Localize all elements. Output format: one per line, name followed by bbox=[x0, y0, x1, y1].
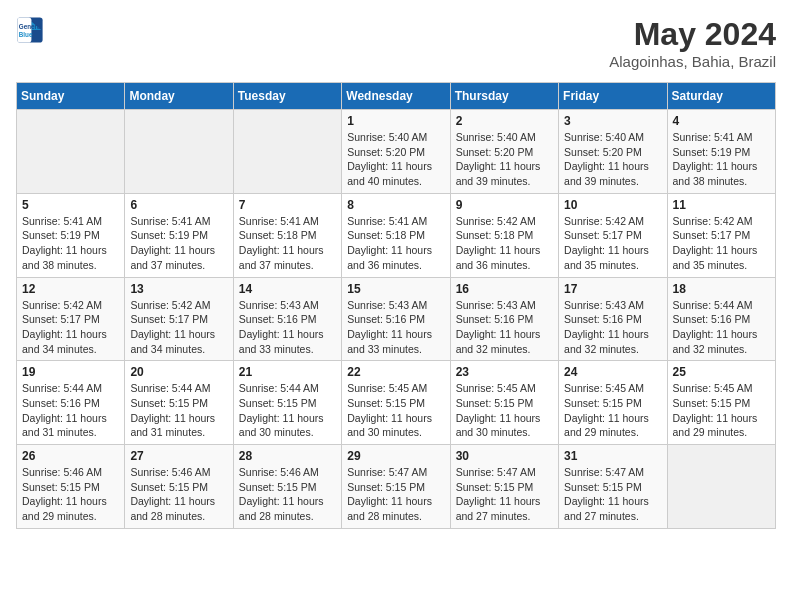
calendar-week-3: 12Sunrise: 5:42 AM Sunset: 5:17 PM Dayli… bbox=[17, 277, 776, 361]
calendar-cell bbox=[667, 445, 775, 529]
calendar-cell: 23Sunrise: 5:45 AM Sunset: 5:15 PM Dayli… bbox=[450, 361, 558, 445]
calendar-cell: 13Sunrise: 5:42 AM Sunset: 5:17 PM Dayli… bbox=[125, 277, 233, 361]
day-number: 19 bbox=[22, 365, 119, 379]
calendar-week-2: 5Sunrise: 5:41 AM Sunset: 5:19 PM Daylig… bbox=[17, 193, 776, 277]
day-number: 1 bbox=[347, 114, 444, 128]
day-number: 9 bbox=[456, 198, 553, 212]
day-info: Sunrise: 5:43 AM Sunset: 5:16 PM Dayligh… bbox=[456, 298, 553, 357]
calendar-cell: 18Sunrise: 5:44 AM Sunset: 5:16 PM Dayli… bbox=[667, 277, 775, 361]
day-info: Sunrise: 5:44 AM Sunset: 5:16 PM Dayligh… bbox=[22, 381, 119, 440]
logo-icon: General Blue bbox=[16, 16, 44, 44]
day-number: 18 bbox=[673, 282, 770, 296]
page-header: General Blue May 2024 Alagoinhas, Bahia,… bbox=[16, 16, 776, 70]
location-subtitle: Alagoinhas, Bahia, Brazil bbox=[609, 53, 776, 70]
col-monday: Monday bbox=[125, 83, 233, 110]
calendar-cell: 1Sunrise: 5:40 AM Sunset: 5:20 PM Daylig… bbox=[342, 110, 450, 194]
calendar-cell: 15Sunrise: 5:43 AM Sunset: 5:16 PM Dayli… bbox=[342, 277, 450, 361]
day-info: Sunrise: 5:46 AM Sunset: 5:15 PM Dayligh… bbox=[130, 465, 227, 524]
day-info: Sunrise: 5:42 AM Sunset: 5:17 PM Dayligh… bbox=[673, 214, 770, 273]
day-info: Sunrise: 5:40 AM Sunset: 5:20 PM Dayligh… bbox=[456, 130, 553, 189]
day-number: 14 bbox=[239, 282, 336, 296]
day-info: Sunrise: 5:45 AM Sunset: 5:15 PM Dayligh… bbox=[456, 381, 553, 440]
day-number: 27 bbox=[130, 449, 227, 463]
day-number: 28 bbox=[239, 449, 336, 463]
day-number: 23 bbox=[456, 365, 553, 379]
day-info: Sunrise: 5:43 AM Sunset: 5:16 PM Dayligh… bbox=[564, 298, 661, 357]
day-info: Sunrise: 5:43 AM Sunset: 5:16 PM Dayligh… bbox=[239, 298, 336, 357]
calendar-cell: 3Sunrise: 5:40 AM Sunset: 5:20 PM Daylig… bbox=[559, 110, 667, 194]
col-friday: Friday bbox=[559, 83, 667, 110]
day-number: 15 bbox=[347, 282, 444, 296]
calendar-cell bbox=[125, 110, 233, 194]
svg-text:Blue: Blue bbox=[19, 31, 33, 38]
day-info: Sunrise: 5:47 AM Sunset: 5:15 PM Dayligh… bbox=[347, 465, 444, 524]
calendar-cell: 2Sunrise: 5:40 AM Sunset: 5:20 PM Daylig… bbox=[450, 110, 558, 194]
calendar-week-4: 19Sunrise: 5:44 AM Sunset: 5:16 PM Dayli… bbox=[17, 361, 776, 445]
col-wednesday: Wednesday bbox=[342, 83, 450, 110]
calendar-week-1: 1Sunrise: 5:40 AM Sunset: 5:20 PM Daylig… bbox=[17, 110, 776, 194]
calendar-cell: 26Sunrise: 5:46 AM Sunset: 5:15 PM Dayli… bbox=[17, 445, 125, 529]
calendar-cell: 4Sunrise: 5:41 AM Sunset: 5:19 PM Daylig… bbox=[667, 110, 775, 194]
day-number: 20 bbox=[130, 365, 227, 379]
day-info: Sunrise: 5:42 AM Sunset: 5:18 PM Dayligh… bbox=[456, 214, 553, 273]
day-number: 31 bbox=[564, 449, 661, 463]
calendar-cell: 5Sunrise: 5:41 AM Sunset: 5:19 PM Daylig… bbox=[17, 193, 125, 277]
day-info: Sunrise: 5:47 AM Sunset: 5:15 PM Dayligh… bbox=[456, 465, 553, 524]
day-number: 5 bbox=[22, 198, 119, 212]
day-info: Sunrise: 5:40 AM Sunset: 5:20 PM Dayligh… bbox=[564, 130, 661, 189]
day-number: 21 bbox=[239, 365, 336, 379]
col-saturday: Saturday bbox=[667, 83, 775, 110]
calendar-header-row: Sunday Monday Tuesday Wednesday Thursday… bbox=[17, 83, 776, 110]
col-sunday: Sunday bbox=[17, 83, 125, 110]
calendar-cell: 31Sunrise: 5:47 AM Sunset: 5:15 PM Dayli… bbox=[559, 445, 667, 529]
calendar-cell bbox=[233, 110, 341, 194]
calendar-cell: 28Sunrise: 5:46 AM Sunset: 5:15 PM Dayli… bbox=[233, 445, 341, 529]
calendar-cell: 14Sunrise: 5:43 AM Sunset: 5:16 PM Dayli… bbox=[233, 277, 341, 361]
calendar-cell: 21Sunrise: 5:44 AM Sunset: 5:15 PM Dayli… bbox=[233, 361, 341, 445]
day-number: 22 bbox=[347, 365, 444, 379]
calendar-cell: 9Sunrise: 5:42 AM Sunset: 5:18 PM Daylig… bbox=[450, 193, 558, 277]
calendar-cell: 27Sunrise: 5:46 AM Sunset: 5:15 PM Dayli… bbox=[125, 445, 233, 529]
day-info: Sunrise: 5:45 AM Sunset: 5:15 PM Dayligh… bbox=[673, 381, 770, 440]
calendar-cell: 30Sunrise: 5:47 AM Sunset: 5:15 PM Dayli… bbox=[450, 445, 558, 529]
day-info: Sunrise: 5:42 AM Sunset: 5:17 PM Dayligh… bbox=[130, 298, 227, 357]
day-info: Sunrise: 5:46 AM Sunset: 5:15 PM Dayligh… bbox=[239, 465, 336, 524]
day-info: Sunrise: 5:41 AM Sunset: 5:19 PM Dayligh… bbox=[22, 214, 119, 273]
day-number: 3 bbox=[564, 114, 661, 128]
calendar-cell: 12Sunrise: 5:42 AM Sunset: 5:17 PM Dayli… bbox=[17, 277, 125, 361]
calendar-cell: 25Sunrise: 5:45 AM Sunset: 5:15 PM Dayli… bbox=[667, 361, 775, 445]
day-number: 8 bbox=[347, 198, 444, 212]
day-info: Sunrise: 5:45 AM Sunset: 5:15 PM Dayligh… bbox=[564, 381, 661, 440]
calendar-cell: 24Sunrise: 5:45 AM Sunset: 5:15 PM Dayli… bbox=[559, 361, 667, 445]
day-number: 13 bbox=[130, 282, 227, 296]
day-number: 25 bbox=[673, 365, 770, 379]
day-number: 24 bbox=[564, 365, 661, 379]
calendar-cell bbox=[17, 110, 125, 194]
svg-text:General: General bbox=[19, 23, 43, 30]
day-info: Sunrise: 5:44 AM Sunset: 5:15 PM Dayligh… bbox=[239, 381, 336, 440]
day-info: Sunrise: 5:42 AM Sunset: 5:17 PM Dayligh… bbox=[564, 214, 661, 273]
svg-rect-2 bbox=[17, 17, 31, 42]
calendar-cell: 17Sunrise: 5:43 AM Sunset: 5:16 PM Dayli… bbox=[559, 277, 667, 361]
calendar-table: Sunday Monday Tuesday Wednesday Thursday… bbox=[16, 82, 776, 529]
day-info: Sunrise: 5:40 AM Sunset: 5:20 PM Dayligh… bbox=[347, 130, 444, 189]
day-number: 2 bbox=[456, 114, 553, 128]
day-info: Sunrise: 5:41 AM Sunset: 5:18 PM Dayligh… bbox=[347, 214, 444, 273]
day-number: 29 bbox=[347, 449, 444, 463]
day-number: 16 bbox=[456, 282, 553, 296]
day-info: Sunrise: 5:43 AM Sunset: 5:16 PM Dayligh… bbox=[347, 298, 444, 357]
day-number: 17 bbox=[564, 282, 661, 296]
day-info: Sunrise: 5:44 AM Sunset: 5:16 PM Dayligh… bbox=[673, 298, 770, 357]
day-info: Sunrise: 5:41 AM Sunset: 5:19 PM Dayligh… bbox=[673, 130, 770, 189]
calendar-cell: 19Sunrise: 5:44 AM Sunset: 5:16 PM Dayli… bbox=[17, 361, 125, 445]
logo: General Blue bbox=[16, 16, 44, 44]
day-info: Sunrise: 5:46 AM Sunset: 5:15 PM Dayligh… bbox=[22, 465, 119, 524]
day-number: 11 bbox=[673, 198, 770, 212]
day-number: 30 bbox=[456, 449, 553, 463]
calendar-cell: 29Sunrise: 5:47 AM Sunset: 5:15 PM Dayli… bbox=[342, 445, 450, 529]
day-info: Sunrise: 5:45 AM Sunset: 5:15 PM Dayligh… bbox=[347, 381, 444, 440]
col-thursday: Thursday bbox=[450, 83, 558, 110]
day-info: Sunrise: 5:47 AM Sunset: 5:15 PM Dayligh… bbox=[564, 465, 661, 524]
calendar-week-5: 26Sunrise: 5:46 AM Sunset: 5:15 PM Dayli… bbox=[17, 445, 776, 529]
day-info: Sunrise: 5:41 AM Sunset: 5:19 PM Dayligh… bbox=[130, 214, 227, 273]
